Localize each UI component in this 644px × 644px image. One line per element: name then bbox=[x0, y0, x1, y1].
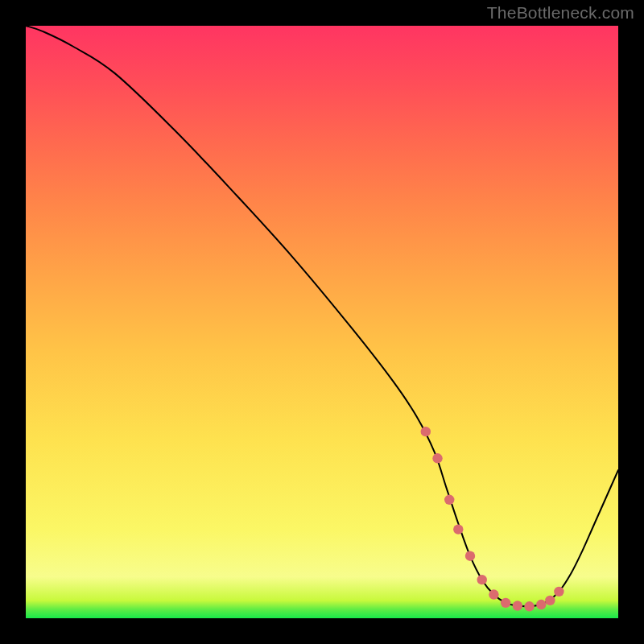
marker-point bbox=[444, 495, 454, 505]
marker-point bbox=[554, 587, 564, 597]
marker-point bbox=[501, 598, 510, 608]
marker-point bbox=[513, 601, 522, 610]
marker-point bbox=[421, 427, 431, 436]
marker-point bbox=[477, 575, 487, 584]
marker-group bbox=[421, 427, 564, 612]
marker-point bbox=[545, 596, 555, 605]
plot-area bbox=[26, 26, 618, 618]
marker-point bbox=[465, 551, 475, 561]
attribution-label: TheBottleneck.com bbox=[487, 3, 634, 23]
chart-svg bbox=[26, 26, 618, 618]
chart-container: TheBottleneck.com bbox=[0, 0, 644, 644]
marker-point bbox=[524, 601, 534, 611]
marker-point bbox=[536, 600, 546, 609]
marker-point bbox=[432, 453, 442, 463]
bottleneck-curve bbox=[26, 26, 618, 606]
marker-point bbox=[453, 524, 463, 534]
marker-point bbox=[489, 589, 498, 599]
